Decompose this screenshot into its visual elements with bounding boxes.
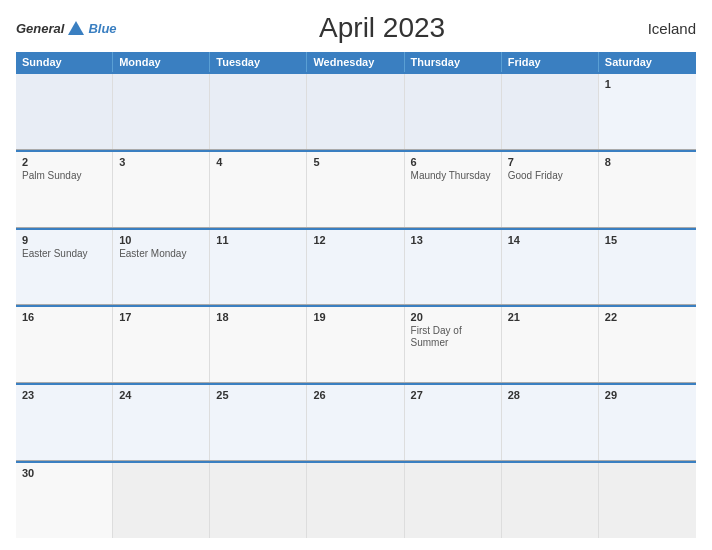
col-thursday: Thursday xyxy=(405,52,502,72)
logo-general-text: General xyxy=(16,21,64,36)
cell-date-number: 2 xyxy=(22,156,106,168)
col-monday: Monday xyxy=(113,52,210,72)
calendar-cell-w2-d4: 5 xyxy=(307,152,404,227)
col-saturday: Saturday xyxy=(599,52,696,72)
calendar-cell-w5-d4: 26 xyxy=(307,385,404,460)
calendar-week-3: 9Easter Sunday10Easter Monday1112131415 xyxy=(16,228,696,306)
cell-date-number: 14 xyxy=(508,234,592,246)
calendar-page: General Blue April 2023 Iceland Sunday M… xyxy=(0,0,712,550)
logo-blue-text: Blue xyxy=(88,21,116,36)
col-sunday: Sunday xyxy=(16,52,113,72)
cell-date-number: 4 xyxy=(216,156,300,168)
cell-date-number: 8 xyxy=(605,156,690,168)
cell-date-number: 25 xyxy=(216,389,300,401)
calendar-cell-w2-d5: 6Maundy Thursday xyxy=(405,152,502,227)
calendar: Sunday Monday Tuesday Wednesday Thursday… xyxy=(16,52,696,538)
calendar-cell-w1-d6 xyxy=(502,74,599,149)
cell-date-number: 24 xyxy=(119,389,203,401)
calendar-cell-w1-d5 xyxy=(405,74,502,149)
calendar-cell-w5-d1: 23 xyxy=(16,385,113,460)
calendar-cell-w6-d1: 30 xyxy=(16,463,113,538)
calendar-cell-w6-d3 xyxy=(210,463,307,538)
cell-event: Maundy Thursday xyxy=(411,170,495,182)
cell-date-number: 12 xyxy=(313,234,397,246)
logo-triangle-icon xyxy=(68,21,84,35)
calendar-cell-w3-d2: 10Easter Monday xyxy=(113,230,210,305)
calendar-cell-w2-d7: 8 xyxy=(599,152,696,227)
cell-date-number: 23 xyxy=(22,389,106,401)
cell-event: Palm Sunday xyxy=(22,170,106,182)
cell-date-number: 3 xyxy=(119,156,203,168)
calendar-week-5: 23242526272829 xyxy=(16,383,696,461)
calendar-cell-w1-d2 xyxy=(113,74,210,149)
cell-date-number: 20 xyxy=(411,311,495,323)
calendar-cell-w1-d7: 1 xyxy=(599,74,696,149)
calendar-cell-w4-d6: 21 xyxy=(502,307,599,382)
calendar-cell-w3-d5: 13 xyxy=(405,230,502,305)
cell-date-number: 30 xyxy=(22,467,106,479)
calendar-cell-w3-d3: 11 xyxy=(210,230,307,305)
calendar-cell-w4-d4: 19 xyxy=(307,307,404,382)
calendar-cell-w4-d5: 20First Day of Summer xyxy=(405,307,502,382)
calendar-week-4: 1617181920First Day of Summer2122 xyxy=(16,305,696,383)
calendar-cell-w5-d3: 25 xyxy=(210,385,307,460)
calendar-cell-w6-d6 xyxy=(502,463,599,538)
calendar-week-1: 1 xyxy=(16,72,696,150)
cell-event: Easter Sunday xyxy=(22,248,106,260)
cell-date-number: 16 xyxy=(22,311,106,323)
cell-date-number: 11 xyxy=(216,234,300,246)
cell-event: Easter Monday xyxy=(119,248,203,260)
calendar-body: 12Palm Sunday3456Maundy Thursday7Good Fr… xyxy=(16,72,696,538)
header: General Blue April 2023 Iceland xyxy=(16,12,696,44)
calendar-week-2: 2Palm Sunday3456Maundy Thursday7Good Fri… xyxy=(16,150,696,228)
calendar-cell-w3-d7: 15 xyxy=(599,230,696,305)
cell-date-number: 26 xyxy=(313,389,397,401)
cell-date-number: 5 xyxy=(313,156,397,168)
calendar-cell-w6-d2 xyxy=(113,463,210,538)
col-friday: Friday xyxy=(502,52,599,72)
calendar-cell-w4-d3: 18 xyxy=(210,307,307,382)
calendar-cell-w3-d4: 12 xyxy=(307,230,404,305)
calendar-cell-w6-d4 xyxy=(307,463,404,538)
calendar-cell-w1-d3 xyxy=(210,74,307,149)
cell-date-number: 10 xyxy=(119,234,203,246)
cell-date-number: 9 xyxy=(22,234,106,246)
calendar-week-6: 30 xyxy=(16,461,696,538)
cell-date-number: 21 xyxy=(508,311,592,323)
calendar-cell-w4-d7: 22 xyxy=(599,307,696,382)
calendar-cell-w3-d1: 9Easter Sunday xyxy=(16,230,113,305)
calendar-cell-w4-d1: 16 xyxy=(16,307,113,382)
cell-date-number: 19 xyxy=(313,311,397,323)
country-label: Iceland xyxy=(648,20,696,37)
col-tuesday: Tuesday xyxy=(210,52,307,72)
cell-date-number: 18 xyxy=(216,311,300,323)
cell-date-number: 27 xyxy=(411,389,495,401)
calendar-cell-w2-d3: 4 xyxy=(210,152,307,227)
calendar-cell-w2-d2: 3 xyxy=(113,152,210,227)
cell-date-number: 1 xyxy=(605,78,690,90)
calendar-cell-w5-d2: 24 xyxy=(113,385,210,460)
col-wednesday: Wednesday xyxy=(307,52,404,72)
cell-date-number: 15 xyxy=(605,234,690,246)
logo: General Blue xyxy=(16,21,117,36)
calendar-cell-w6-d5 xyxy=(405,463,502,538)
calendar-cell-w5-d7: 29 xyxy=(599,385,696,460)
calendar-header: Sunday Monday Tuesday Wednesday Thursday… xyxy=(16,52,696,72)
calendar-cell-w4-d2: 17 xyxy=(113,307,210,382)
cell-date-number: 22 xyxy=(605,311,690,323)
calendar-cell-w2-d1: 2Palm Sunday xyxy=(16,152,113,227)
cell-event: Good Friday xyxy=(508,170,592,182)
calendar-cell-w3-d6: 14 xyxy=(502,230,599,305)
calendar-cell-w5-d5: 27 xyxy=(405,385,502,460)
cell-date-number: 28 xyxy=(508,389,592,401)
calendar-cell-w1-d4 xyxy=(307,74,404,149)
cell-date-number: 6 xyxy=(411,156,495,168)
page-title: April 2023 xyxy=(117,12,648,44)
cell-date-number: 29 xyxy=(605,389,690,401)
calendar-cell-w2-d6: 7Good Friday xyxy=(502,152,599,227)
cell-event: First Day of Summer xyxy=(411,325,495,349)
calendar-cell-w5-d6: 28 xyxy=(502,385,599,460)
cell-date-number: 7 xyxy=(508,156,592,168)
calendar-cell-w1-d1 xyxy=(16,74,113,149)
cell-date-number: 13 xyxy=(411,234,495,246)
